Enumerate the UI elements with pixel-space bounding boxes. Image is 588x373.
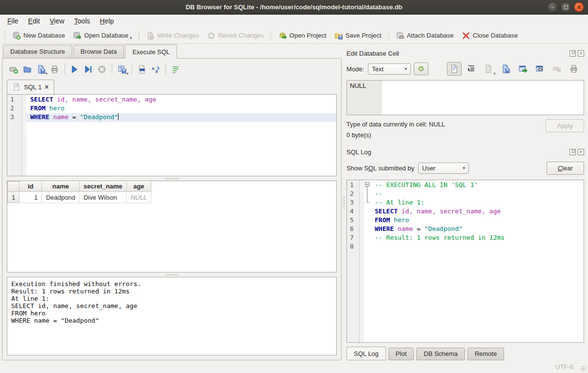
print-sql-button[interactable] — [48, 63, 61, 76]
tab-execute-sql[interactable]: Execute SQL — [125, 44, 177, 59]
menu-item-view[interactable]: View — [45, 16, 69, 26]
log-filter-combobox[interactable]: User ▾ — [418, 163, 469, 174]
panes-splitter[interactable] — [342, 44, 346, 360]
execute-all-button[interactable] — [68, 63, 81, 76]
right-pane: Edit Database Cell × Mode: Text ▾ ⚙ ▾ NU… — [346, 44, 588, 360]
save-results-button[interactable]: ▾ — [115, 63, 129, 76]
toolbar-separator — [132, 64, 132, 75]
code-line: -- At line 1: — [371, 199, 584, 207]
log-filter-value: User — [422, 165, 435, 172]
window-controls: − × — [547, 2, 584, 12]
open-external-button[interactable] — [515, 62, 530, 76]
find-replace-button[interactable] — [135, 63, 149, 76]
sql-tab-close-icon[interactable]: × — [44, 83, 48, 90]
chevron-down-icon: ▾ — [45, 72, 47, 76]
menu-item-file[interactable]: File — [3, 16, 23, 26]
clear-log-button[interactable]: Clear — [547, 162, 584, 175]
open-database-button[interactable]: Open Database▾ — [69, 29, 136, 42]
mode-label: Mode: — [346, 65, 364, 73]
maximize-button[interactable] — [561, 2, 571, 12]
table-cell[interactable]: 1 — [20, 192, 42, 203]
save-sql-file-button[interactable]: ▾ — [34, 63, 48, 76]
chevron-down-icon: ▾ — [130, 36, 132, 40]
dock-tab-plot[interactable]: Plot — [388, 348, 414, 360]
results-table[interactable]: idnamesecret_nameage11DeadpondDive Wilso… — [7, 181, 151, 203]
results-table-container: idnamesecret_nameage11DeadpondDive Wilso… — [7, 181, 337, 272]
auto-indent-button[interactable] — [464, 62, 479, 76]
fold-marker[interactable] — [364, 180, 371, 189]
dock-tab-sql-log[interactable]: SQL Log — [346, 347, 386, 360]
sql-tab-label: SQL 1 — [24, 83, 41, 91]
close-button[interactable]: × — [574, 2, 584, 12]
close-database-button[interactable]: Close Database — [458, 29, 522, 42]
menu-item-help[interactable]: Help — [96, 16, 119, 26]
code-line: SELECT id, name, secret_name, age — [26, 96, 336, 104]
db-attach-icon — [396, 31, 405, 40]
chevron-down-icon: ▾ — [405, 66, 407, 71]
tab-database-structure[interactable]: Database Structure — [3, 45, 72, 58]
table-cell[interactable]: NULL — [126, 192, 151, 203]
save-project-button[interactable]: Save Project — [330, 29, 385, 42]
dock-tab-db-schema[interactable]: DB Schema — [416, 348, 465, 360]
sql-editor[interactable]: 123 SELECT id, name, secret_name, ageFRO… — [7, 94, 337, 176]
cell-mode-row: Mode: Text ▾ ⚙ ▾ — [346, 61, 584, 77]
new-sql-tab-button[interactable] — [7, 63, 20, 76]
minimize-button[interactable]: − — [547, 2, 558, 12]
format-sql-button[interactable]: aa — [149, 63, 162, 76]
cell-editor-content[interactable] — [382, 81, 584, 115]
sql-log-view[interactable]: 12345678 -- EXECUTING ALL IN 'SQL 1'----… — [346, 180, 584, 343]
fold-spacer — [364, 224, 371, 233]
sql-file-icon — [12, 83, 21, 91]
text-view-button[interactable] — [447, 62, 462, 76]
print-cell-button[interactable] — [567, 62, 581, 76]
toolbar-handle — [269, 30, 273, 41]
db-write-icon — [146, 31, 155, 40]
edit-cell-float-icon[interactable] — [569, 50, 576, 57]
open-project-button[interactable]: Open Project — [274, 29, 330, 42]
attach-database-button[interactable]: Attach Database — [392, 29, 458, 42]
fold-marker — [364, 198, 371, 207]
results-message-splitter[interactable] — [7, 272, 337, 277]
new-database-button[interactable]: New Database — [8, 29, 69, 42]
row-number[interactable]: 1 — [8, 192, 20, 203]
code-line: FROM hero — [26, 104, 336, 113]
tab-browse-data[interactable]: Browse Data — [73, 45, 124, 58]
open-sql-file-button[interactable] — [20, 63, 34, 76]
column-header-id[interactable]: id — [20, 182, 42, 192]
title-bar: DB Browser for SQLite - /home/user/code/… — [0, 0, 588, 15]
sql-editor-toolbar: ▾▾aa — [7, 62, 337, 77]
editor-code[interactable]: SELECT id, name, secret_name, ageFROM he… — [26, 95, 336, 176]
edit-cell-title: Edit Database Cell — [346, 50, 568, 57]
edit-cell-close-icon[interactable]: × — [578, 50, 584, 57]
resize-grip-icon[interactable] — [581, 366, 587, 372]
corner-header[interactable] — [8, 182, 20, 192]
column-header-name[interactable]: name — [42, 182, 80, 192]
import-data-button: ▾ — [481, 62, 496, 76]
execute-line-button[interactable] — [81, 63, 95, 76]
code-line: FROM hero — [371, 216, 584, 225]
dock-tab-remote[interactable]: Remote — [467, 348, 505, 360]
word-wrap-button[interactable] — [169, 63, 182, 76]
mode-combobox[interactable]: Text ▾ — [368, 63, 411, 75]
menu-item-edit[interactable]: Edit — [24, 16, 44, 26]
cell-size-text: 0 byte(s) — [346, 130, 546, 141]
encoding-indicator[interactable]: UTF-8 — [555, 363, 573, 371]
sql-log-close-icon[interactable]: × — [578, 149, 584, 155]
column-header-secret_name[interactable]: secret_name — [80, 182, 127, 192]
copy-link-button[interactable] — [532, 62, 547, 76]
execution-message: Execution finished without errors.Result… — [7, 277, 337, 355]
toolbar-separator — [165, 64, 166, 75]
sql-log-float-icon[interactable] — [569, 149, 576, 155]
sql-tab[interactable]: SQL 1 × — [7, 80, 54, 94]
table-cell[interactable]: Deadpond — [42, 192, 80, 203]
cell-value-editor[interactable]: NULL — [346, 80, 584, 115]
apply-button[interactable]: Apply — [546, 119, 584, 132]
column-header-age[interactable]: age — [126, 182, 151, 192]
log-margin — [360, 180, 364, 342]
log-fold-column[interactable] — [364, 180, 371, 342]
table-cell[interactable]: Dive Wilson — [80, 192, 127, 203]
export-data-button[interactable] — [498, 62, 513, 76]
editor-results-splitter[interactable] — [7, 176, 337, 181]
menu-item-tools[interactable]: Tools — [70, 16, 95, 26]
auto-apply-button[interactable]: ⚙ — [414, 62, 428, 75]
